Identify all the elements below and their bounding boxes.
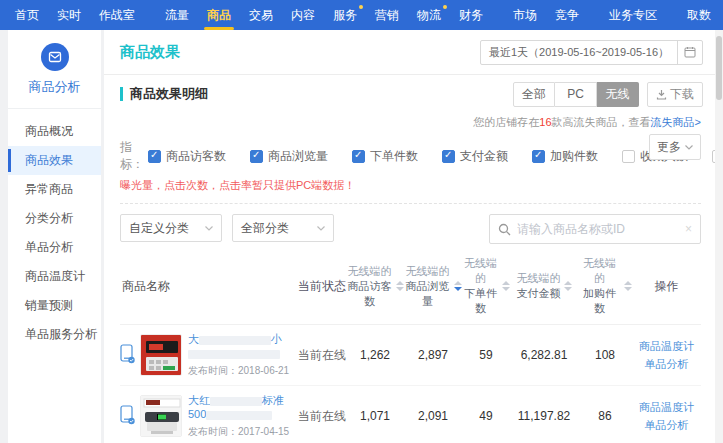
sidebar-item-abnormal-products[interactable]: 异常商品 [8, 175, 101, 204]
sidebar-item-single-product-analysis[interactable]: 单品分析 [8, 233, 101, 262]
views-cell: 2,091 [404, 409, 462, 423]
tab-wireless[interactable]: 无线 [597, 82, 639, 107]
product-search-box: × [489, 214, 701, 244]
filter-option-visitors[interactable]: 商品访客数 [148, 148, 226, 165]
checkbox-icon [442, 150, 455, 163]
vertical-scrollbar[interactable] [715, 30, 723, 443]
nav-item-marketing[interactable]: 营销 [366, 0, 408, 30]
sidebar-item-product-overview[interactable]: 商品概况 [8, 117, 101, 146]
sidebar-item-product-effect[interactable]: 商品效果 [8, 146, 101, 175]
search-input[interactable] [517, 222, 685, 236]
single-analysis-link[interactable]: 单品分析 [645, 418, 689, 433]
checkbox-icon [352, 150, 365, 163]
product-image[interactable] [140, 395, 182, 437]
censored-text [188, 350, 280, 359]
censored-text [206, 411, 272, 420]
metrics-label: 指标： [120, 139, 144, 173]
nav-item-business-zone[interactable]: 业务专区 [600, 0, 666, 30]
tab-pc[interactable]: PC [555, 82, 597, 107]
chevron-down-icon [205, 226, 213, 231]
nav-item-trade[interactable]: 交易 [240, 0, 282, 30]
thermometer-link[interactable]: 商品温度计 [639, 339, 694, 354]
thermometer-link[interactable]: 商品温度计 [639, 400, 694, 415]
date-range-picker[interactable]: 最近1天（2019-05-16~2019-05-16） [480, 40, 703, 65]
nav-item-market[interactable]: 市场 [504, 0, 546, 30]
more-metrics-button[interactable]: 更多 [649, 134, 701, 160]
page-header: 商品效果 最近1天（2019-05-16~2019-05-16） [104, 30, 715, 75]
col-header-payment[interactable]: 无线端的支付金额 [510, 271, 578, 301]
sidebar-item-single-product-service[interactable]: 单品服务分析 [8, 320, 101, 349]
col-header-visitors[interactable]: 无线端的商品访客数 [346, 264, 404, 309]
product-title-link[interactable]: 大红标准 [188, 393, 298, 407]
product-effect-table: 商品名称 当前状态 无线端的商品访客数 无线端的商品浏览量 无线端的下单件数 无… [120, 250, 701, 443]
col-header-cart-adds[interactable]: 无线端的加购件数 [578, 256, 632, 316]
scrollbar-thumb[interactable] [716, 36, 722, 100]
platform-tab-group: 全部 PC 无线 [513, 82, 639, 107]
visitors-cell: 1,071 [346, 409, 404, 423]
sort-caret-icon[interactable] [624, 281, 632, 291]
nav-item-data-fetch[interactable]: 取数 [678, 0, 720, 30]
download-icon [656, 89, 667, 100]
checkbox-icon [250, 150, 263, 163]
download-button[interactable]: 下载 [647, 82, 703, 107]
alert-count: 16 [539, 116, 551, 128]
publish-date: 发布时间：2017-04-15 [188, 425, 298, 439]
sort-caret-icon[interactable] [454, 281, 462, 291]
nav-item-logistics[interactable]: 物流 [408, 0, 450, 30]
nav-item-content[interactable]: 内容 [282, 0, 324, 30]
filter-option-label: 支付金额 [460, 148, 508, 165]
filter-option-label: 加购件数 [550, 148, 598, 165]
sidebar-header: 商品分析 [8, 30, 101, 109]
more-label: 更多 [657, 139, 681, 156]
section-title-wrap: 商品效果明细 [120, 85, 208, 103]
sidebar-item-product-thermometer[interactable]: 商品温度计 [8, 262, 101, 291]
product-title-link[interactable]: 500 [188, 407, 298, 421]
churn-products-link[interactable]: 流失商品> [651, 116, 701, 128]
mobile-listing-icon [120, 344, 136, 367]
status-cell: 当前在线 [298, 408, 346, 425]
table-row: 大红标准 500 发布时间：2017-04-15 当前在线 1,071 2,09… [120, 386, 701, 443]
col-prefix: 无线端的 [462, 256, 499, 286]
col-label: 商品浏览量 [404, 279, 451, 309]
chevron-down-icon [685, 145, 693, 150]
col-header-orders[interactable]: 无线端的下单件数 [462, 256, 510, 316]
clear-search-icon[interactable]: × [685, 222, 692, 236]
payment-cell: 6,282.81 [510, 348, 578, 362]
nav-item-traffic[interactable]: 流量 [156, 0, 198, 30]
sort-caret-icon[interactable] [564, 281, 572, 291]
col-label: 支付金额 [517, 286, 561, 301]
mobile-listing-icon [120, 405, 136, 428]
filter-option-cart-adds[interactable]: 加购件数 [532, 148, 598, 165]
product-title-link[interactable] [188, 346, 298, 360]
single-analysis-link[interactable]: 单品分析 [645, 357, 689, 372]
filter-option-orders[interactable]: 下单件数 [352, 148, 418, 165]
sort-caret-icon[interactable] [502, 281, 510, 291]
alert-text: 您的店铺存在 [473, 116, 539, 128]
sidebar-item-category-analysis[interactable]: 分类分析 [8, 204, 101, 233]
custom-category-select[interactable]: 自定义分类 [120, 214, 222, 242]
product-image[interactable] [140, 334, 182, 376]
nav-item-service[interactable]: 服务 [324, 0, 366, 30]
views-cell: 2,897 [404, 348, 462, 362]
product-name-cell: 大小 发布时间：2018-06-21 [120, 332, 298, 378]
nav-item-products[interactable]: 商品 [198, 0, 240, 30]
filter-option-payment[interactable]: 支付金额 [442, 148, 508, 165]
nav-item-home[interactable]: 首页 [6, 0, 48, 30]
calendar-icon[interactable] [677, 41, 702, 64]
col-header-status: 当前状态 [298, 278, 346, 295]
filter-option-label: 下单件数 [370, 148, 418, 165]
sidebar-item-sales-forecast[interactable]: 销量预测 [8, 291, 101, 320]
download-label: 下载 [670, 86, 694, 103]
col-label: 下单件数 [462, 286, 499, 316]
page-title: 商品效果 [120, 43, 180, 62]
nav-item-realtime[interactable]: 实时 [48, 0, 90, 30]
col-header-views[interactable]: 无线端的商品浏览量 [404, 264, 462, 309]
nav-item-war-room[interactable]: 作战室 [90, 0, 144, 30]
product-title-link[interactable]: 大小 [188, 332, 298, 346]
tab-all[interactable]: 全部 [513, 82, 555, 107]
nav-item-competition[interactable]: 竞争 [546, 0, 588, 30]
filter-option-views[interactable]: 商品浏览量 [250, 148, 328, 165]
nav-item-finance[interactable]: 财务 [450, 0, 492, 30]
sort-caret-icon[interactable] [396, 281, 404, 291]
all-category-select[interactable]: 全部分类 [232, 214, 334, 242]
